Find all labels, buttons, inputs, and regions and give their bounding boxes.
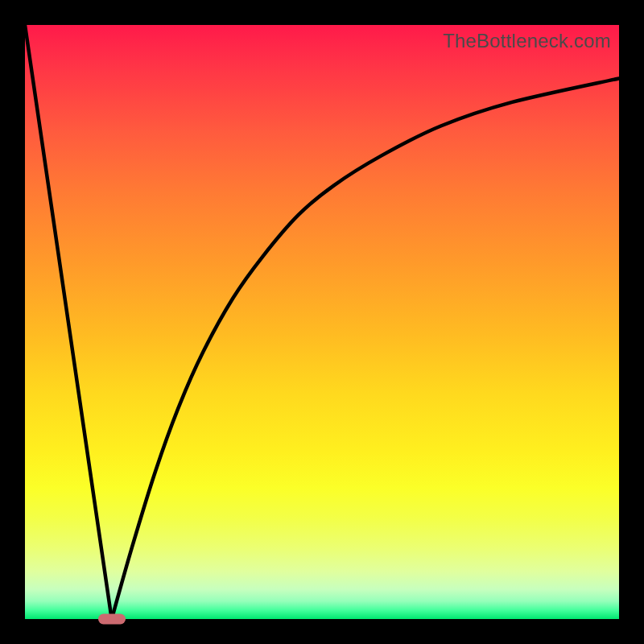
- curve-layer: [25, 25, 619, 619]
- chart-frame: TheBottleneck.com: [0, 0, 644, 644]
- curve-left-branch: [25, 25, 112, 619]
- curve-right-branch: [112, 78, 619, 619]
- minimum-marker-icon: [98, 614, 126, 625]
- plot-area: TheBottleneck.com: [25, 25, 619, 619]
